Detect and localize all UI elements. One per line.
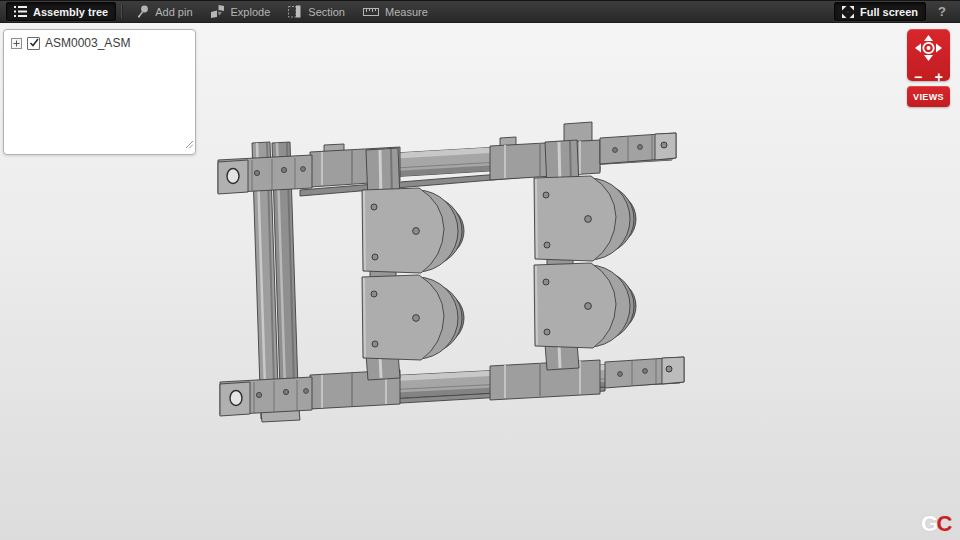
- section-plane-icon: [288, 5, 302, 18]
- pan-left-arrow[interactable]: [915, 44, 921, 53]
- assembly-model[interactable]: [218, 122, 684, 422]
- assembly-tree-label: Assembly tree: [33, 6, 108, 18]
- help-button[interactable]: ?: [930, 4, 954, 19]
- expand-plus-icon[interactable]: [11, 38, 22, 49]
- section-label: Section: [308, 6, 345, 18]
- add-pin-label: Add pin: [155, 6, 192, 18]
- logo-letter-c: C: [937, 511, 951, 536]
- pan-center-dot[interactable]: [927, 46, 931, 50]
- dpad-icon: [907, 29, 950, 69]
- full-screen-button[interactable]: Full screen: [834, 2, 926, 21]
- expand-arrows-icon: [842, 6, 854, 18]
- tree-list-icon: [14, 6, 27, 17]
- measure-button[interactable]: Measure: [354, 1, 437, 22]
- panel-resize-handle[interactable]: [184, 134, 193, 152]
- zoom-out-button[interactable]: −: [914, 70, 922, 84]
- explode-cube-icon: [211, 5, 225, 18]
- pan-up-arrow[interactable]: [924, 35, 933, 41]
- explode-label: Explode: [231, 6, 271, 18]
- pan-down-arrow[interactable]: [924, 55, 933, 61]
- logo-letter-g: G: [921, 511, 937, 536]
- assembly-tree-button[interactable]: Assembly tree: [6, 2, 116, 21]
- cad-viewer-app: Assembly tree Add pin Explode: [0, 0, 960, 540]
- section-button[interactable]: Section: [279, 1, 354, 22]
- zoom-controls: − +: [907, 70, 950, 84]
- zoom-in-button[interactable]: +: [935, 70, 943, 84]
- tree-node-label[interactable]: ASM0003_ASM: [45, 36, 130, 50]
- toolbar-right-group: Full screen ?: [834, 2, 954, 21]
- tree-root-row[interactable]: ASM0003_ASM: [4, 30, 195, 56]
- full-screen-label: Full screen: [860, 6, 918, 18]
- top-toolbar: Assembly tree Add pin Explode: [0, 0, 960, 23]
- pin-icon: [136, 5, 149, 18]
- add-pin-button[interactable]: Add pin: [127, 1, 201, 22]
- pan-control-pad[interactable]: − +: [907, 29, 950, 81]
- explode-button[interactable]: Explode: [202, 1, 280, 22]
- toolbar-separator: [121, 5, 122, 18]
- pan-right-arrow[interactable]: [936, 44, 942, 53]
- checkbox-checked-icon[interactable]: [27, 37, 40, 50]
- assembly-tree-panel: ASM0003_ASM: [3, 29, 196, 155]
- pulley-blocks: [362, 176, 636, 360]
- grabcad-logo: GC: [921, 513, 951, 535]
- measure-label: Measure: [385, 6, 428, 18]
- ruler-icon: [363, 6, 379, 18]
- views-button[interactable]: VIEWS: [907, 86, 950, 107]
